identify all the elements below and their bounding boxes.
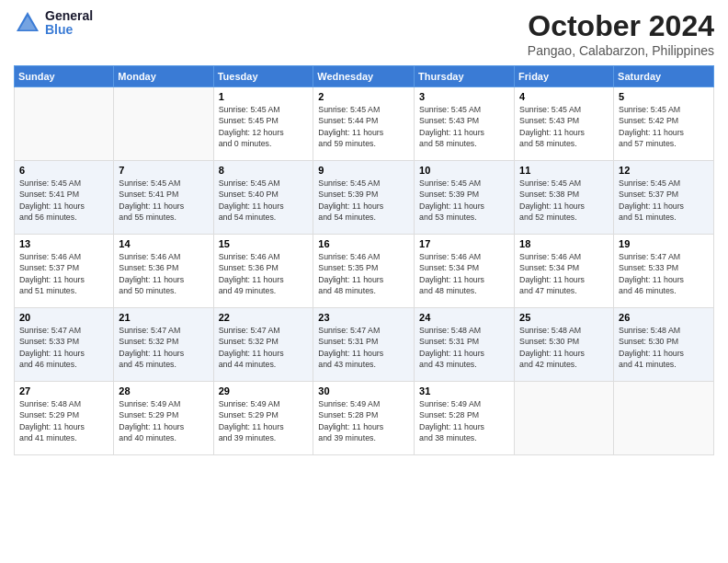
day-of-week-header: Friday bbox=[515, 66, 614, 87]
day-number: 10 bbox=[419, 165, 509, 176]
day-number: 8 bbox=[219, 165, 309, 176]
calendar-day-cell: 31Sunrise: 5:49 AM Sunset: 5:28 PM Dayli… bbox=[415, 382, 515, 455]
day-number: 16 bbox=[318, 238, 409, 249]
day-of-week-header: Sunday bbox=[15, 66, 114, 87]
day-number: 11 bbox=[519, 165, 609, 176]
day-info: Sunrise: 5:49 AM Sunset: 5:29 PM Dayligh… bbox=[119, 398, 208, 443]
day-number: 18 bbox=[519, 238, 609, 249]
day-info: Sunrise: 5:47 AM Sunset: 5:32 PM Dayligh… bbox=[119, 325, 208, 370]
calendar-day-cell: 4Sunrise: 5:45 AM Sunset: 5:43 PM Daylig… bbox=[515, 87, 614, 161]
calendar-week-row: 20Sunrise: 5:47 AM Sunset: 5:33 PM Dayli… bbox=[15, 308, 714, 382]
calendar-day-cell: 11Sunrise: 5:45 AM Sunset: 5:38 PM Dayli… bbox=[515, 161, 614, 235]
day-number: 6 bbox=[19, 165, 108, 176]
logo-icon bbox=[14, 9, 41, 37]
month-title: October 2024 bbox=[528, 9, 714, 43]
day-number: 12 bbox=[619, 165, 709, 176]
day-info: Sunrise: 5:45 AM Sunset: 5:41 PM Dayligh… bbox=[119, 178, 208, 223]
calendar-day-cell: 2Sunrise: 5:45 AM Sunset: 5:44 PM Daylig… bbox=[313, 87, 415, 161]
calendar-week-row: 27Sunrise: 5:48 AM Sunset: 5:29 PM Dayli… bbox=[15, 382, 714, 455]
calendar-day-cell: 27Sunrise: 5:48 AM Sunset: 5:29 PM Dayli… bbox=[15, 382, 114, 455]
day-number: 19 bbox=[619, 238, 709, 249]
day-info: Sunrise: 5:46 AM Sunset: 5:34 PM Dayligh… bbox=[419, 251, 509, 296]
day-number: 24 bbox=[419, 312, 509, 323]
day-info: Sunrise: 5:48 AM Sunset: 5:30 PM Dayligh… bbox=[619, 325, 709, 370]
calendar-day-cell: 24Sunrise: 5:48 AM Sunset: 5:31 PM Dayli… bbox=[415, 308, 515, 382]
calendar-empty-cell bbox=[114, 87, 213, 161]
day-number: 21 bbox=[119, 312, 208, 323]
calendar-day-cell: 14Sunrise: 5:46 AM Sunset: 5:36 PM Dayli… bbox=[114, 235, 213, 308]
day-info: Sunrise: 5:45 AM Sunset: 5:41 PM Dayligh… bbox=[19, 178, 108, 223]
day-of-week-header: Thursday bbox=[415, 66, 515, 87]
calendar-day-cell: 21Sunrise: 5:47 AM Sunset: 5:32 PM Dayli… bbox=[114, 308, 213, 382]
calendar-week-row: 13Sunrise: 5:46 AM Sunset: 5:37 PM Dayli… bbox=[15, 235, 714, 308]
day-info: Sunrise: 5:47 AM Sunset: 5:33 PM Dayligh… bbox=[19, 325, 108, 370]
calendar-day-cell: 15Sunrise: 5:46 AM Sunset: 5:36 PM Dayli… bbox=[213, 235, 313, 308]
calendar-day-cell: 12Sunrise: 5:45 AM Sunset: 5:37 PM Dayli… bbox=[614, 161, 714, 235]
day-number: 23 bbox=[318, 312, 409, 323]
calendar-day-cell: 16Sunrise: 5:46 AM Sunset: 5:35 PM Dayli… bbox=[313, 235, 415, 308]
day-info: Sunrise: 5:45 AM Sunset: 5:39 PM Dayligh… bbox=[318, 178, 409, 223]
day-number: 25 bbox=[519, 312, 609, 323]
day-number: 15 bbox=[219, 238, 309, 249]
logo-line2: Blue bbox=[45, 23, 93, 37]
day-info: Sunrise: 5:49 AM Sunset: 5:28 PM Dayligh… bbox=[419, 398, 509, 443]
calendar-day-cell: 8Sunrise: 5:45 AM Sunset: 5:40 PM Daylig… bbox=[213, 161, 313, 235]
day-of-week-header: Wednesday bbox=[313, 66, 415, 87]
day-info: Sunrise: 5:45 AM Sunset: 5:43 PM Dayligh… bbox=[519, 104, 609, 149]
day-info: Sunrise: 5:46 AM Sunset: 5:37 PM Dayligh… bbox=[19, 251, 108, 296]
day-info: Sunrise: 5:47 AM Sunset: 5:31 PM Dayligh… bbox=[318, 325, 409, 370]
day-number: 17 bbox=[419, 238, 509, 249]
day-info: Sunrise: 5:45 AM Sunset: 5:44 PM Dayligh… bbox=[318, 104, 409, 149]
calendar-day-cell: 25Sunrise: 5:48 AM Sunset: 5:30 PM Dayli… bbox=[515, 308, 614, 382]
day-number: 28 bbox=[119, 385, 208, 396]
day-info: Sunrise: 5:47 AM Sunset: 5:32 PM Dayligh… bbox=[219, 325, 309, 370]
calendar-day-cell: 7Sunrise: 5:45 AM Sunset: 5:41 PM Daylig… bbox=[114, 161, 213, 235]
day-number: 26 bbox=[619, 312, 709, 323]
day-info: Sunrise: 5:45 AM Sunset: 5:39 PM Dayligh… bbox=[419, 178, 509, 223]
calendar-day-cell: 10Sunrise: 5:45 AM Sunset: 5:39 PM Dayli… bbox=[415, 161, 515, 235]
day-number: 7 bbox=[119, 165, 208, 176]
day-info: Sunrise: 5:47 AM Sunset: 5:33 PM Dayligh… bbox=[619, 251, 709, 296]
logo: General Blue bbox=[14, 9, 93, 38]
calendar-day-cell: 29Sunrise: 5:49 AM Sunset: 5:29 PM Dayli… bbox=[213, 382, 313, 455]
calendar-body: 1Sunrise: 5:45 AM Sunset: 5:45 PM Daylig… bbox=[15, 87, 714, 455]
day-number: 3 bbox=[419, 91, 509, 102]
day-info: Sunrise: 5:49 AM Sunset: 5:29 PM Dayligh… bbox=[219, 398, 309, 443]
day-number: 13 bbox=[19, 238, 108, 249]
day-info: Sunrise: 5:46 AM Sunset: 5:34 PM Dayligh… bbox=[519, 251, 609, 296]
days-of-week-row: SundayMondayTuesdayWednesdayThursdayFrid… bbox=[15, 66, 714, 87]
day-number: 31 bbox=[419, 385, 509, 396]
day-info: Sunrise: 5:45 AM Sunset: 5:43 PM Dayligh… bbox=[419, 104, 509, 149]
title-section: October 2024 Pangao, Calabarzon, Philipp… bbox=[528, 9, 714, 58]
location: Pangao, Calabarzon, Philippines bbox=[528, 43, 714, 58]
calendar-day-cell: 18Sunrise: 5:46 AM Sunset: 5:34 PM Dayli… bbox=[515, 235, 614, 308]
page: General Blue October 2024 Pangao, Calaba… bbox=[0, 0, 728, 563]
day-info: Sunrise: 5:49 AM Sunset: 5:28 PM Dayligh… bbox=[318, 398, 409, 443]
calendar: SundayMondayTuesdayWednesdayThursdayFrid… bbox=[14, 65, 714, 455]
calendar-day-cell: 19Sunrise: 5:47 AM Sunset: 5:33 PM Dayli… bbox=[614, 235, 714, 308]
header: General Blue October 2024 Pangao, Calaba… bbox=[14, 9, 714, 58]
calendar-day-cell: 3Sunrise: 5:45 AM Sunset: 5:43 PM Daylig… bbox=[415, 87, 515, 161]
day-info: Sunrise: 5:45 AM Sunset: 5:42 PM Dayligh… bbox=[619, 104, 709, 149]
day-info: Sunrise: 5:45 AM Sunset: 5:37 PM Dayligh… bbox=[619, 178, 709, 223]
calendar-day-cell: 6Sunrise: 5:45 AM Sunset: 5:41 PM Daylig… bbox=[15, 161, 114, 235]
calendar-empty-cell bbox=[515, 382, 614, 455]
calendar-day-cell: 9Sunrise: 5:45 AM Sunset: 5:39 PM Daylig… bbox=[313, 161, 415, 235]
day-info: Sunrise: 5:48 AM Sunset: 5:29 PM Dayligh… bbox=[19, 398, 108, 443]
day-number: 14 bbox=[119, 238, 208, 249]
day-number: 9 bbox=[318, 165, 409, 176]
day-number: 22 bbox=[219, 312, 309, 323]
calendar-empty-cell bbox=[15, 87, 114, 161]
day-number: 4 bbox=[519, 91, 609, 102]
calendar-day-cell: 22Sunrise: 5:47 AM Sunset: 5:32 PM Dayli… bbox=[213, 308, 313, 382]
calendar-day-cell: 1Sunrise: 5:45 AM Sunset: 5:45 PM Daylig… bbox=[213, 87, 313, 161]
day-info: Sunrise: 5:45 AM Sunset: 5:40 PM Dayligh… bbox=[219, 178, 309, 223]
calendar-day-cell: 26Sunrise: 5:48 AM Sunset: 5:30 PM Dayli… bbox=[614, 308, 714, 382]
day-of-week-header: Saturday bbox=[614, 66, 714, 87]
day-number: 27 bbox=[19, 385, 108, 396]
day-of-week-header: Tuesday bbox=[213, 66, 313, 87]
day-number: 5 bbox=[619, 91, 709, 102]
calendar-day-cell: 17Sunrise: 5:46 AM Sunset: 5:34 PM Dayli… bbox=[415, 235, 515, 308]
calendar-day-cell: 23Sunrise: 5:47 AM Sunset: 5:31 PM Dayli… bbox=[313, 308, 415, 382]
day-info: Sunrise: 5:46 AM Sunset: 5:35 PM Dayligh… bbox=[318, 251, 409, 296]
